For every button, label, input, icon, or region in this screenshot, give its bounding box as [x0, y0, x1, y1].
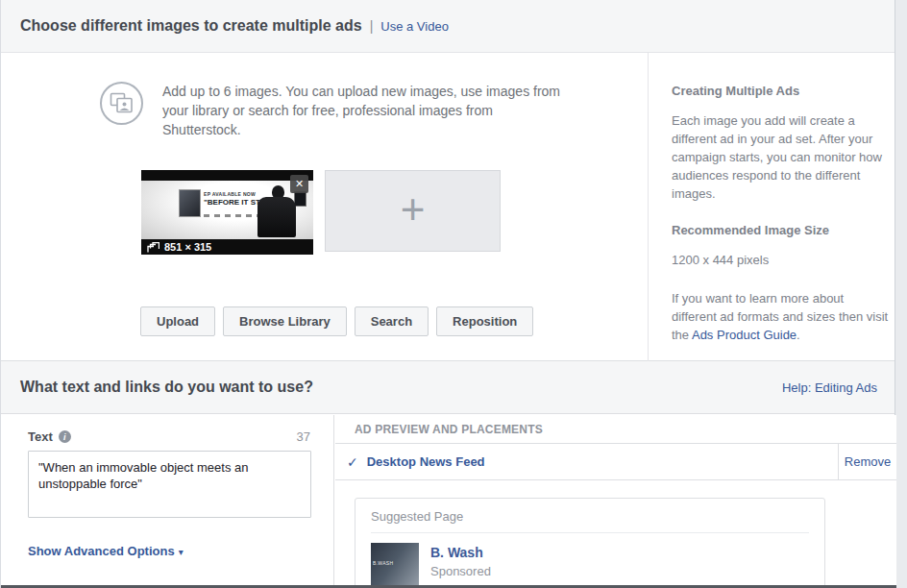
- upload-button[interactable]: Upload: [140, 306, 215, 336]
- recommended-size-value: 1200 x 444 pixels: [672, 251, 891, 269]
- image-section: Add up to 6 images. You can upload new i…: [1, 53, 895, 361]
- remove-placement-cell[interactable]: Remove: [838, 444, 896, 479]
- placement-label: Desktop News Feed: [367, 454, 485, 469]
- show-advanced-options-link[interactable]: Show Advanced Options▾: [28, 544, 184, 558]
- text-links-section-bar: What text and links do you want to use? …: [1, 361, 895, 414]
- page-title: Choose different images to create multip…: [20, 17, 362, 35]
- image-actions-row: Upload Browse Library Search Reposition: [140, 306, 533, 336]
- page-name-link[interactable]: B. Wash: [430, 545, 491, 560]
- use-a-video-link[interactable]: Use a Video: [380, 19, 449, 34]
- album-cover-art: [180, 190, 200, 216]
- image-dimensions-overlay: 851 × 315: [147, 241, 211, 253]
- text-links-heading: What text and links do you want to use?: [20, 379, 313, 396]
- text-field-label: Text: [28, 429, 53, 444]
- sidebar-paragraph-2: If you want to learn more about differen…: [672, 289, 891, 344]
- remove-image-icon[interactable]: ✕: [290, 175, 308, 193]
- text-label-row: Text i: [28, 429, 71, 444]
- ad-text-input[interactable]: "When an immovable object meets an unsto…: [28, 451, 311, 518]
- ad-preview-panel: AD PREVIEW AND PLACEMENTS ✓ Desktop News…: [335, 415, 896, 588]
- image-instructions: Add up to 6 images. You can upload new i…: [162, 82, 566, 139]
- page-avatar[interactable]: B.WASH: [371, 543, 419, 588]
- page-identity-row: B.WASH B. Wash Sponsored: [371, 543, 809, 588]
- avatar-photo-text: B.WASH: [373, 560, 393, 566]
- thumbnail-artwork: EP AVAILABLE NOW "BEFORE IT STARTED": [141, 181, 313, 239]
- search-button[interactable]: Search: [355, 306, 429, 336]
- help-sidebar: Creating Multiple Ads Each image you add…: [648, 53, 896, 361]
- remove-placement-link[interactable]: Remove: [845, 454, 891, 469]
- sidebar-paragraph-1: Each image you add will create a differe…: [672, 111, 891, 203]
- sidebar-heading-image-size: Recommended Image Size: [672, 223, 881, 237]
- suggested-page-label: Suggested Page: [371, 509, 809, 524]
- character-count: 37: [297, 429, 310, 444]
- preview-header: AD PREVIEW AND PLACEMENTS: [335, 415, 896, 444]
- artist-silhouette: [257, 185, 298, 239]
- checkmark-icon: ✓: [347, 454, 358, 470]
- info-icon[interactable]: i: [59, 430, 71, 443]
- image-dimensions-label: 851 × 315: [164, 241, 211, 253]
- header-bar: Choose different images to create multip…: [1, 0, 895, 53]
- ads-product-guide-link[interactable]: Ads Product Guide: [692, 328, 797, 342]
- card-divider: [371, 532, 809, 533]
- sidebar-heading-multiple-ads: Creating Multiple Ads: [672, 84, 881, 98]
- uploaded-image-thumbnail[interactable]: EP AVAILABLE NOW "BEFORE IT STARTED" ✕ 8…: [141, 170, 313, 255]
- placement-row-desktop-news-feed[interactable]: ✓ Desktop News Feed Remove: [335, 444, 896, 480]
- preview-section-title: AD PREVIEW AND PLACEMENTS: [355, 423, 543, 436]
- page-identity-text: B. Wash Sponsored: [430, 543, 491, 588]
- reposition-button[interactable]: Reposition: [436, 306, 533, 336]
- news-feed-preview-card: Suggested Page B.WASH B. Wash Sponsored: [355, 498, 825, 588]
- help-editing-ads-link[interactable]: Help: Editing Ads: [782, 380, 877, 395]
- ads-creation-card: Choose different images to create multip…: [0, 0, 895, 588]
- add-image-placeholder[interactable]: +: [325, 170, 501, 252]
- thumbnail-text-line1: EP AVAILABLE NOW: [204, 191, 256, 197]
- browse-library-button[interactable]: Browse Library: [223, 306, 347, 336]
- resize-icon: [147, 242, 159, 253]
- images-stack-icon: [100, 82, 143, 125]
- title-separator: |: [370, 18, 374, 34]
- sponsored-label: Sponsored: [430, 564, 491, 578]
- plus-icon: +: [401, 188, 426, 231]
- caret-down-icon: ▾: [179, 547, 184, 557]
- text-panel: Text i 37 "When an immovable object meet…: [1, 415, 334, 588]
